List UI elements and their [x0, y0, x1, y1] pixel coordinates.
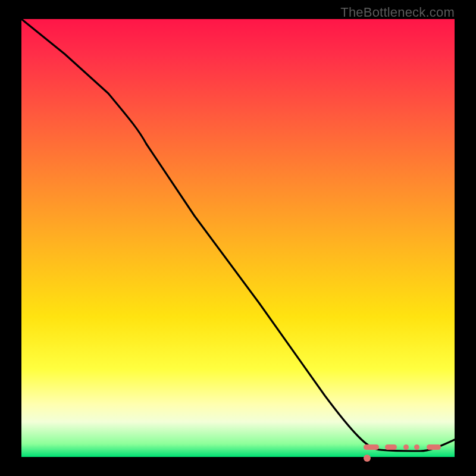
chart-frame: TheBottleneck.com [0, 0, 476, 476]
watermark-text: TheBottleneck.com [340, 5, 455, 20]
dash-segment [364, 444, 379, 450]
bottleneck-curve [21, 19, 455, 457]
marker-dot [364, 455, 371, 462]
marker-dashes [364, 441, 455, 447]
dash-segment [427, 444, 441, 450]
plot-area [21, 19, 455, 457]
dash-segment [385, 444, 397, 450]
